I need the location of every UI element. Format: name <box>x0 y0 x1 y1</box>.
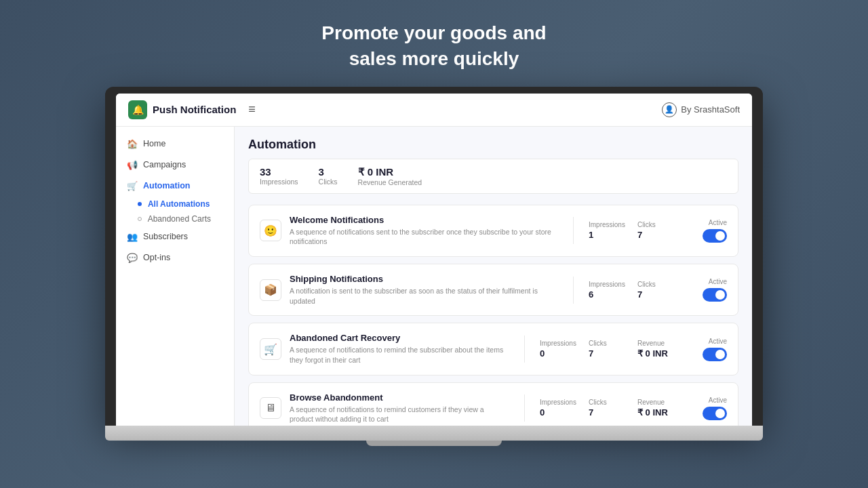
abandoned-carts-label: Abandoned Carts <box>148 214 211 224</box>
app-body: 🏠 Home 📢 Campaigns 🛒 Automation All Auto… <box>116 127 752 426</box>
automation-icon: 🛒 <box>127 181 138 191</box>
welcome-card-info: Welcome Notifications A sequence of noti… <box>290 215 558 247</box>
browse-abandonment-toggle[interactable] <box>703 407 727 420</box>
welcome-card-name: Welcome Notifications <box>290 215 558 225</box>
abandoned-cart-clicks: Clicks 7 <box>589 340 629 359</box>
laptop-screen-border: 🔔 Push Notification ≡ 👤 By SrashtaSoft 🏠… <box>105 87 763 426</box>
sidebar-label-campaigns: Campaigns <box>143 160 186 169</box>
clicks-label: Clicks <box>319 178 338 186</box>
abandoned-cart-name: Abandoned Cart Recovery <box>290 333 509 343</box>
abandoned-cart-impressions: Impressions 0 <box>540 340 580 359</box>
clicks-value: 3 <box>319 166 338 178</box>
hamburger-icon[interactable]: ≡ <box>248 102 256 117</box>
logo-icon: 🔔 <box>128 100 147 119</box>
shipping-clicks: Clicks 7 <box>637 281 678 300</box>
home-icon: 🏠 <box>127 139 138 149</box>
page-title: Automation <box>248 138 738 152</box>
card-shipping[interactable]: 📦 Shipping Notifications A notification … <box>248 264 738 316</box>
shipping-card-name: Shipping Notifications <box>290 274 558 284</box>
card-abandoned-cart[interactable]: 🛒 Abandoned Cart Recovery A sequence of … <box>248 323 738 375</box>
optins-icon: 💬 <box>127 253 138 263</box>
browse-abandonment-desc: A sequence of notifications to remind cu… <box>290 405 509 424</box>
browse-abandonment-info: Browse Abandonment A sequence of notific… <box>290 392 509 424</box>
browse-abandonment-icon: 🖥 <box>260 397 281 419</box>
stat-impressions: 33 Impressions <box>260 166 298 186</box>
page-headline: Promote your goods and sales more quickl… <box>321 20 546 72</box>
laptop-base <box>105 426 763 441</box>
abandoned-cart-icon: 🛒 <box>260 338 281 360</box>
sidebar: 🏠 Home 📢 Campaigns 🛒 Automation All Auto… <box>116 127 235 426</box>
browse-abandonment-divider <box>524 394 525 422</box>
app-logo: 🔔 Push Notification ≡ <box>128 100 256 119</box>
inactive-dot <box>138 217 142 221</box>
browse-abandonment-revenue: Revenue ₹ 0 INR <box>637 399 678 418</box>
card-browse-abandonment[interactable]: 🖥 Browse Abandonment A sequence of notif… <box>248 382 738 426</box>
user-avatar-icon: 👤 <box>662 102 677 117</box>
sidebar-sub-abandoned-carts[interactable]: Abandoned Carts <box>116 211 234 226</box>
welcome-impressions: Impressions 1 <box>589 221 629 240</box>
welcome-clicks: Clicks 7 <box>637 221 678 240</box>
by-label: By SrashtaSoft <box>681 104 740 115</box>
sidebar-label-optins: Opt-ins <box>143 253 170 262</box>
shipping-card-icon: 📦 <box>260 279 281 301</box>
card-welcome[interactable]: 🙂 Welcome Notifications A sequence of no… <box>248 205 738 257</box>
shipping-card-desc: A notification is sent to the subscriber… <box>290 286 558 306</box>
abandoned-cart-divider <box>524 336 525 363</box>
browse-abandonment-clicks: Clicks 7 <box>589 399 629 418</box>
shipping-active: Active <box>686 278 727 302</box>
stat-revenue: ₹ 0 INR Revenue Generated <box>358 166 422 186</box>
campaigns-icon: 📢 <box>127 160 138 170</box>
shipping-card-info: Shipping Notifications A notification is… <box>290 274 558 306</box>
welcome-divider <box>573 217 574 244</box>
app-title: Push Notification <box>153 104 236 115</box>
abandoned-cart-desc: A sequence of notifications to remind th… <box>290 345 509 365</box>
header-right: 👤 By SrashtaSoft <box>662 102 740 117</box>
abandoned-cart-revenue: Revenue ₹ 0 INR <box>637 340 678 359</box>
sidebar-label-automation: Automation <box>143 181 190 190</box>
headline-line1: Promote your goods and <box>321 22 546 43</box>
sidebar-item-subscribers[interactable]: 👥 Subscribers <box>116 226 234 247</box>
abandoned-cart-info: Abandoned Cart Recovery A sequence of no… <box>290 333 509 365</box>
welcome-card-icon: 🙂 <box>260 220 281 241</box>
sidebar-item-campaigns[interactable]: 📢 Campaigns <box>116 155 234 176</box>
abandoned-cart-active: Active <box>686 338 727 361</box>
sidebar-sub-all-automations[interactable]: All Automations <box>116 197 234 211</box>
shipping-impressions: Impressions 6 <box>589 281 629 300</box>
sidebar-label-home: Home <box>143 139 165 148</box>
browse-abandonment-name: Browse Abandonment <box>290 392 509 403</box>
shipping-toggle[interactable] <box>703 288 727 302</box>
sidebar-item-home[interactable]: 🏠 Home <box>116 134 234 155</box>
welcome-toggle[interactable] <box>703 229 727 243</box>
stat-clicks: 3 Clicks <box>319 166 338 186</box>
shipping-divider <box>573 277 574 304</box>
subscribers-icon: 👥 <box>127 232 138 242</box>
impressions-label: Impressions <box>260 178 298 186</box>
laptop-mockup: 🔔 Push Notification ≡ 👤 By SrashtaSoft 🏠… <box>105 87 763 446</box>
revenue-value: ₹ 0 INR <box>358 166 422 178</box>
app-header: 🔔 Push Notification ≡ 👤 By SrashtaSoft <box>116 94 752 127</box>
revenue-label: Revenue Generated <box>358 178 422 186</box>
active-dot <box>138 202 142 206</box>
all-automations-label: All Automations <box>148 199 210 209</box>
abandoned-cart-toggle[interactable] <box>703 348 727 361</box>
stats-row: 33 Impressions 3 Clicks ₹ 0 INR Revenue … <box>248 159 738 194</box>
browse-abandonment-active: Active <box>686 396 727 420</box>
welcome-card-desc: A sequence of notifications sent to the … <box>290 227 558 247</box>
impressions-value: 33 <box>260 166 298 178</box>
browse-abandonment-impressions: Impressions 0 <box>540 399 580 418</box>
laptop-foot <box>366 441 502 446</box>
sidebar-item-optins[interactable]: 💬 Opt-ins <box>116 247 234 268</box>
laptop-screen: 🔔 Push Notification ≡ 👤 By SrashtaSoft 🏠… <box>116 94 752 426</box>
sidebar-item-automation[interactable]: 🛒 Automation <box>116 176 234 197</box>
welcome-active: Active <box>686 219 727 243</box>
sidebar-label-subscribers: Subscribers <box>143 232 188 241</box>
main-content: Automation 33 Impressions 3 Clicks ₹ 0 I… <box>235 127 752 426</box>
headline-line2: sales more quickly <box>349 48 519 69</box>
